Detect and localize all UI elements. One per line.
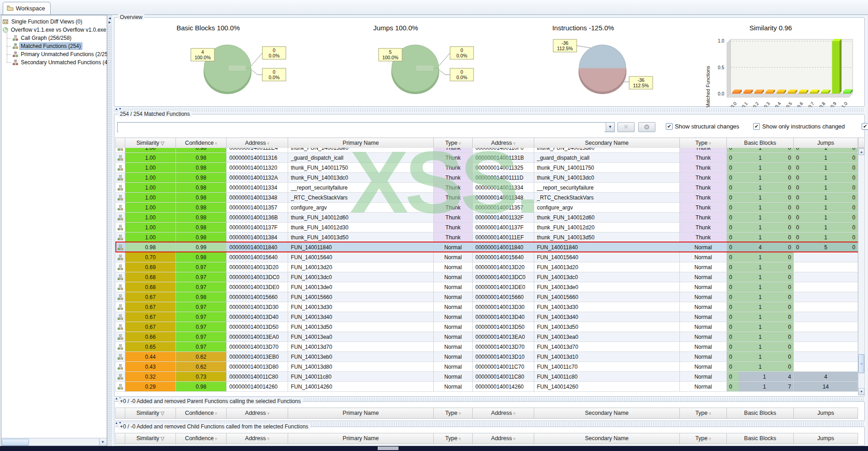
column-header-type[interactable]: Type▿: [680, 138, 727, 149]
primary-address-cell: 000000014001136B: [227, 213, 288, 223]
table-row[interactable]: 1.00 0.98 000000014001136B thunk_FUN_140…: [115, 213, 858, 223]
pie-label-box: 0 0.0%: [262, 68, 286, 81]
tree-hscroll-thumb[interactable]: [2, 439, 29, 446]
similarity-cell: 1.00: [125, 193, 176, 203]
column-header-jumps[interactable]: Jumps: [794, 433, 858, 444]
column-header-basic-blocks[interactable]: Basic Blocks: [727, 433, 794, 444]
column-header-jumps[interactable]: Jumps: [794, 138, 858, 149]
checkbox-icon[interactable]: ✔: [753, 123, 760, 130]
tree-horizontal-scrollbar[interactable]: ►: [1, 438, 107, 446]
column-header-confidence[interactable]: Confidence▿: [176, 408, 227, 419]
table-row-selected[interactable]: 0.98 0.99 0000000140011840 FUN_140011840…: [115, 242, 858, 252]
column-header-type[interactable]: Type▿: [434, 138, 473, 149]
jumps-chart-title: Jumps 100.0%: [302, 24, 490, 32]
tree-hscroll-right-arrow-icon[interactable]: ►: [99, 438, 107, 445]
tree-item-overflow-v1-1-exe-vs-overflow-v1-0-exe[interactable]: Overflow v1.1.exe vs Overflow v1.0.exe: [3, 26, 106, 34]
filter-combobox[interactable]: ▼: [117, 122, 615, 132]
table-row[interactable]: 0.32 0.73 0000000140011C80 FUN_140011c80…: [115, 372, 858, 382]
table-row[interactable]: 1.00 0.98 0000000140011384 thunk_FUN_140…: [115, 233, 858, 242]
secondary-type-cell: Normal: [680, 382, 727, 392]
tree-item-call-graph-256-258[interactable]: Call Graph (256/258): [3, 34, 106, 42]
table-row[interactable]: 0.68 0.97 0000000140013DC0 FUN_140013dc0…: [115, 272, 858, 282]
tab-workspace[interactable]: Workspace: [3, 2, 51, 14]
splitter-collapse-left-icon[interactable]: ◄: [107, 16, 112, 20]
column-header-jumps[interactable]: Jumps: [794, 408, 858, 419]
column-header-primary-name[interactable]: Primary Name: [288, 408, 434, 419]
column-header-similarity[interactable]: Similarity▽: [125, 138, 176, 149]
column-header-type[interactable]: Type▿: [680, 408, 727, 419]
column-header-type[interactable]: Type▿: [434, 408, 473, 419]
panel-splitter-vertical[interactable]: ◄ ►: [107, 15, 112, 446]
tree-item-primary-unmatched-functions-2-256[interactable]: Primary Unmatched Functions (2/256): [3, 50, 106, 58]
column-header-address[interactable]: Address▿: [473, 433, 534, 444]
table-row[interactable]: 1.00 0.98 0000000140011320 thunk_FUN_140…: [115, 163, 858, 173]
table-row[interactable]: 1.00 0.98 00000001400112E4 thunk_FUN_140…: [115, 148, 858, 153]
column-header-type[interactable]: Type▿: [434, 433, 473, 444]
table-row[interactable]: 0.29 0.98 0000000140014260 FUN_140014260…: [115, 382, 858, 392]
combo-dropdown-arrow-icon[interactable]: ▼: [606, 123, 614, 132]
matched-table-body: 1.00 0.98 00000001400112E4 thunk_FUN_140…: [115, 148, 858, 395]
column-header-basic-blocks[interactable]: Basic Blocks: [727, 138, 794, 149]
table-row[interactable]: 0.70 0.98 0000000140015640 FUN_140015640…: [115, 252, 858, 262]
count-cell: 010: [794, 233, 858, 242]
similarity-cell: 1.00: [125, 173, 176, 183]
table-row[interactable]: 0.68 0.97 0000000140013DE0 FUN_140013de0…: [115, 282, 858, 292]
clear-filter-button[interactable]: ✕: [617, 122, 635, 132]
table-row[interactable]: 1.00 0.98 000000014001137F thunk_FUN_140…: [115, 223, 858, 233]
column-header-confidence[interactable]: Confidence▿: [176, 433, 227, 444]
checkbox-show-identical[interactable]: ✔ Show identical: [862, 123, 868, 130]
scroll-down-arrow-icon[interactable]: ▼: [859, 388, 864, 395]
table-row[interactable]: 0.67 0.97 0000000140013D30 FUN_140013d30…: [115, 302, 858, 312]
bottom-window-edge: [0, 446, 868, 451]
filter-settings-button[interactable]: ⚙: [638, 122, 655, 132]
tree-item-secondary-unmatched-functions-4-258[interactable]: Secondary Unmatched Functions (4/258): [3, 58, 106, 66]
column-header-address[interactable]: Address▿: [227, 408, 288, 419]
column-header-basic-blocks[interactable]: Basic Blocks: [727, 408, 794, 419]
tree-item-single-function-diff-views-0[interactable]: Single Function Diff Views (0): [3, 18, 106, 26]
table-row[interactable]: 0.69 0.97 0000000140013D20 FUN_140013d20…: [115, 262, 858, 272]
checkbox-show-only-instructions-changed[interactable]: ✔ Show only instructions changed: [753, 123, 845, 130]
secondary-name-cell: thunk_FUN_140012d60: [534, 213, 680, 223]
row-match-icon: [115, 173, 125, 183]
table-row[interactable]: 0.65 0.97 0000000140013D70 FUN_140013d70…: [115, 342, 858, 352]
column-header-address[interactable]: Address▿: [473, 408, 534, 419]
count-cell: [794, 282, 858, 292]
table-row[interactable]: 1.00 0.98 0000000140011316 _guard_dispat…: [115, 153, 858, 163]
column-header-secondary-name[interactable]: Secondary Name: [534, 433, 680, 444]
column-header-address[interactable]: Address▿: [227, 433, 288, 444]
column-header-primary-name[interactable]: Primary Name: [288, 138, 434, 149]
table-row[interactable]: 0.43 0.62 0000000140013D80 FUN_140013d80…: [115, 362, 858, 372]
column-header-confidence[interactable]: Confidence▿: [176, 138, 227, 149]
filter-input[interactable]: [119, 123, 604, 132]
table-row[interactable]: 1.00 0.98 0000000140011348 _RTC_CheckSta…: [115, 193, 858, 203]
column-header-address[interactable]: Address▿: [473, 138, 534, 149]
column-header-secondary-name[interactable]: Secondary Name: [534, 408, 680, 419]
checkbox-show-structural-changes[interactable]: ✔ Show structural changes: [666, 123, 739, 130]
checkbox-icon[interactable]: ✔: [666, 123, 673, 130]
column-header-type[interactable]: Type▿: [680, 433, 727, 444]
column-header-similarity[interactable]: Similarity▽: [125, 408, 176, 419]
table-row[interactable]: 0.67 0.97 0000000140013D40 FUN_140013d40…: [115, 312, 858, 322]
column-header-primary-name[interactable]: Primary Name: [288, 433, 434, 444]
secondary-address-cell: 0000000140013D50: [473, 322, 534, 332]
similarity-cell: 1.00: [125, 153, 176, 163]
table-row[interactable]: 0.67 0.97 0000000140013D50 FUN_140013d50…: [115, 322, 858, 332]
splitter-overview-table[interactable]: ▲▼: [114, 108, 865, 112]
tree-item-matched-functions-254[interactable]: Matched Functions (254): [3, 42, 106, 50]
table-row[interactable]: 0.66 0.97 0000000140013EA0 FUN_140013ea0…: [115, 332, 858, 342]
checkbox-icon[interactable]: ✔: [862, 123, 868, 130]
splitter-collapse-right-icon[interactable]: ►: [107, 20, 112, 24]
column-header-secondary-name[interactable]: Secondary Name: [534, 138, 680, 149]
table-row[interactable]: 1.00 0.98 0000000140011357 configure_arg…: [115, 203, 858, 213]
vscroll-thumb[interactable]: [859, 354, 864, 373]
table-row[interactable]: 0.67 0.98 0000000140015660 FUN_140015660…: [115, 292, 858, 302]
table-row[interactable]: 0.44 0.62 0000000140013EB0 FUN_140013eb0…: [115, 352, 858, 362]
column-header-address[interactable]: Address▿: [227, 138, 288, 149]
table-vertical-scrollbar[interactable]: ▲ ▼: [858, 148, 865, 395]
table-row[interactable]: 1.00 0.98 000000014001132A thunk_FUN_140…: [115, 173, 858, 183]
table-row[interactable]: 1.00 0.98 0000000140011334 __report_secu…: [115, 183, 858, 193]
secondary-name-cell: _guard_dispatch_icall: [534, 153, 680, 163]
scroll-up-arrow-icon[interactable]: ▲: [859, 148, 864, 155]
x-tick-label: 0.8: [818, 101, 826, 107]
column-header-similarity[interactable]: Similarity▽: [125, 433, 176, 444]
